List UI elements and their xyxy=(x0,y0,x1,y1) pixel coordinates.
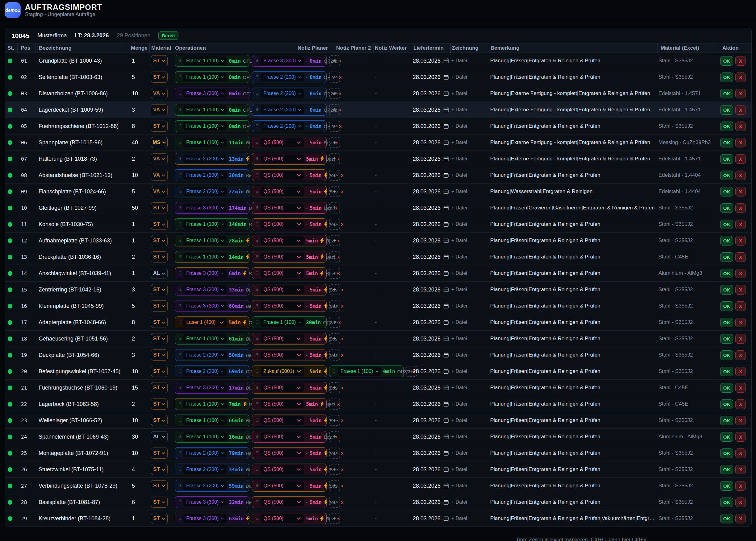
delete-button[interactable]: X xyxy=(735,89,746,98)
delete-button[interactable]: X xyxy=(735,514,746,523)
machine-select[interactable]: Fraese 1 (100) xyxy=(338,367,381,376)
add-operation-button[interactable]: + xyxy=(329,137,340,148)
ok-button[interactable]: OK xyxy=(720,56,733,66)
machine-select[interactable]: Fraese 3 (300) xyxy=(183,383,227,392)
material-select[interactable]: ST xyxy=(151,333,168,344)
add-operation-button[interactable]: + xyxy=(329,88,340,99)
notiz-werker-cell[interactable]: - xyxy=(373,483,412,489)
machine-select[interactable]: Fraese 2 (200) xyxy=(183,187,227,196)
drag-handle-icon[interactable]: ⠿ xyxy=(178,500,181,505)
machine-select[interactable]: QS (500) xyxy=(261,449,304,457)
drag-handle-icon[interactable]: ⠿ xyxy=(178,58,181,63)
calendar-icon[interactable] xyxy=(443,123,449,129)
notiz-werker-cell[interactable]: - xyxy=(373,140,412,145)
ok-button[interactable]: OK xyxy=(720,399,733,409)
remove-operation-button[interactable]: x xyxy=(341,222,344,227)
machine-select[interactable]: QS (500) xyxy=(261,334,304,343)
delete-button[interactable]: X xyxy=(735,138,746,148)
drag-handle-icon[interactable]: ⠿ xyxy=(178,255,181,260)
delete-button[interactable]: X xyxy=(735,399,746,409)
delivery-date-cell[interactable]: 28.03.2026 xyxy=(412,107,450,113)
delete-button[interactable]: X xyxy=(735,497,746,507)
delete-button[interactable]: X xyxy=(735,122,746,131)
ok-button[interactable]: OK xyxy=(720,318,733,327)
add-operation-button[interactable]: + xyxy=(329,513,340,524)
notiz-planer-2-cell[interactable]: - xyxy=(335,270,373,276)
add-operation-button[interactable]: + xyxy=(329,55,340,66)
add-operation-button[interactable]: + xyxy=(329,268,340,279)
add-file-button[interactable]: + Datei xyxy=(450,319,489,325)
add-file-button[interactable]: + Datei xyxy=(450,173,489,178)
machine-select[interactable]: QS (500) xyxy=(261,465,304,474)
notiz-werker-cell[interactable]: - xyxy=(373,336,412,341)
add-file-button[interactable]: + Datei xyxy=(450,91,489,96)
machine-select[interactable]: Fraese 1 (100) xyxy=(183,220,227,229)
delivery-date-cell[interactable]: 28.03.2026 xyxy=(412,335,450,342)
delete-button[interactable]: X xyxy=(735,203,746,213)
machine-select[interactable]: QS (500) xyxy=(261,514,304,523)
delete-button[interactable]: X xyxy=(735,285,746,294)
material-select[interactable]: MS xyxy=(151,137,168,148)
notiz-werker-cell[interactable]: - xyxy=(373,91,412,96)
calendar-icon[interactable] xyxy=(443,189,449,194)
machine-select[interactable]: Fraese 2 (200) xyxy=(261,122,304,131)
machine-select[interactable]: Fraese 2 (200) xyxy=(183,351,227,359)
machine-select[interactable]: Fraese 3 (300) xyxy=(183,285,227,294)
machine-select[interactable]: Fraese 3 (300) xyxy=(183,498,227,506)
machine-select[interactable]: Fraese 2 (200) xyxy=(183,367,227,376)
add-operation-button[interactable]: + xyxy=(329,333,340,344)
add-file-button[interactable]: + Datei xyxy=(450,434,489,439)
machine-select[interactable]: Fraese 2 (200) xyxy=(261,73,304,81)
calendar-icon[interactable] xyxy=(443,156,449,162)
delete-button[interactable]: X xyxy=(735,236,746,246)
add-operation-button[interactable]: + xyxy=(329,300,340,311)
material-select[interactable]: AL xyxy=(151,268,168,279)
delete-button[interactable]: X xyxy=(735,432,746,442)
drag-handle-icon[interactable]: ⠿ xyxy=(255,75,258,80)
add-file-button[interactable]: + Datei xyxy=(450,385,489,390)
add-operation-button[interactable]: + xyxy=(329,252,340,263)
delete-button[interactable]: X xyxy=(735,383,746,393)
delivery-date-cell[interactable]: 28.03.2026 xyxy=(412,238,450,244)
calendar-icon[interactable] xyxy=(443,173,449,178)
machine-select[interactable]: Fraese 2 (200) xyxy=(183,481,227,490)
delete-button[interactable]: X xyxy=(735,350,746,360)
delivery-date-cell[interactable]: 28.03.2026 xyxy=(412,90,450,97)
add-operation-button[interactable]: + xyxy=(329,317,340,328)
drag-handle-icon[interactable]: ⠿ xyxy=(178,238,181,243)
drag-handle-icon[interactable]: ⠿ xyxy=(178,107,181,112)
ok-button[interactable]: OK xyxy=(720,203,733,213)
machine-select[interactable]: Fraese 1 (100) xyxy=(261,318,304,327)
drag-handle-icon[interactable]: ⠿ xyxy=(178,271,181,276)
machine-select[interactable]: Fraese 3 (300) xyxy=(183,89,227,98)
material-select[interactable]: ST xyxy=(151,398,168,410)
notiz-werker-cell[interactable]: - xyxy=(373,222,412,227)
material-select[interactable]: ST xyxy=(151,284,168,295)
drag-handle-icon[interactable]: ⠿ xyxy=(255,271,258,276)
delivery-date-cell[interactable]: 28.03.2026 xyxy=(412,515,450,522)
notiz-planer-2-cell[interactable]: - xyxy=(335,205,373,211)
delivery-date-cell[interactable]: 28.03.2026 xyxy=(412,286,450,293)
machine-select[interactable]: Fraese 1 (100) xyxy=(183,73,227,81)
ok-button[interactable]: OK xyxy=(720,383,733,393)
drag-handle-icon[interactable]: ⠿ xyxy=(178,91,181,96)
delivery-date-cell[interactable]: 28.03.2026 xyxy=(412,499,450,506)
machine-select[interactable]: QS (500) xyxy=(261,171,304,180)
material-select[interactable]: ST xyxy=(151,235,168,246)
notiz-werker-cell[interactable]: - xyxy=(373,173,412,178)
machine-select[interactable]: Fraese 3 (300) xyxy=(183,269,227,277)
add-operation-button[interactable]: + xyxy=(329,104,340,115)
machine-select[interactable]: Fraese 1 (100) xyxy=(183,106,227,114)
ok-button[interactable]: OK xyxy=(720,334,733,343)
drag-handle-icon[interactable]: ⠿ xyxy=(255,402,258,406)
machine-select[interactable]: QS (500) xyxy=(261,187,304,196)
machine-select[interactable]: QS (500) xyxy=(261,236,304,245)
add-file-button[interactable]: + Datei xyxy=(450,418,489,423)
drag-handle-icon[interactable]: ⠿ xyxy=(178,336,181,341)
add-operation-button[interactable]: + xyxy=(329,219,340,230)
notiz-werker-cell[interactable]: - xyxy=(373,450,412,456)
machine-select[interactable]: QS (500) xyxy=(261,220,304,229)
remove-operation-button[interactable]: x xyxy=(341,352,344,357)
drag-handle-icon[interactable]: ⠿ xyxy=(178,75,181,80)
delivery-date-cell[interactable]: 28.03.2026 xyxy=(412,156,450,162)
